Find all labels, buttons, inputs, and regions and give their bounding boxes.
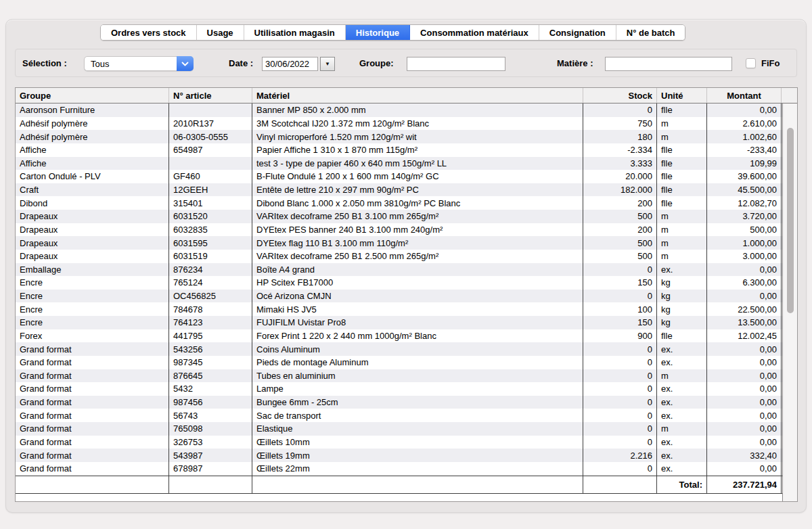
cell-stock: 500 (583, 210, 657, 223)
cell-stock: 20.000 (583, 170, 657, 183)
table-row[interactable]: Grand format987345Pieds de montage Alumi… (16, 356, 782, 369)
cell-article: 765124 (169, 276, 252, 290)
cell-montant: 0,00 (707, 462, 782, 476)
table-row[interactable]: Drapeaux6031595DYEtex flag 110 B1 3.100 … (16, 236, 782, 250)
cell-stock: 750 (583, 117, 657, 131)
cell-article: 784678 (169, 302, 252, 316)
fifo-label: FiFo (761, 58, 780, 68)
table-row[interactable]: Grand format326753Œillets 10mm0ex.0,00 (16, 436, 782, 449)
cell-article: 654987 (169, 143, 252, 157)
column-header-groupe[interactable]: Groupe (16, 88, 169, 103)
table-row[interactable]: Drapeaux6031519VARItex decoframe 250 B1 … (16, 250, 782, 263)
table-row[interactable]: Drapeaux6032835DYEtex PES banner 240 B1 … (16, 223, 782, 237)
tab-n-de-batch[interactable]: N° de batch (616, 25, 685, 40)
cell-stock: 0 (583, 104, 657, 117)
groupe-input[interactable] (407, 57, 505, 71)
table-row[interactable]: Encre765124HP Scitex FB17000150kg6.300,0… (16, 276, 782, 290)
cell-materiel: B-Flute Ondulé 1 200 x 1 600 mm 140g/m² … (252, 170, 583, 183)
date-dropdown-button[interactable]: ▼ (320, 57, 335, 71)
table-row[interactable]: Adhésif polymère2010R1373M Scotchcal IJ2… (16, 117, 782, 131)
cell-unite: flle (657, 157, 707, 170)
cell-groupe: Craft (16, 183, 169, 197)
cell-article: 764123 (169, 316, 252, 329)
filter-bar: Sélection : Tous Date : ▼ Groupe: Matièr… (15, 49, 797, 77)
cell-article: 543987 (169, 448, 252, 462)
column-header-article[interactable]: N° article (169, 88, 252, 103)
table-row[interactable]: Carton Ondulé - PLVGF460B-Flute Ondulé 1… (16, 170, 782, 183)
column-header-montant[interactable]: Montant (707, 88, 782, 103)
cell-stock: 0 (583, 263, 657, 277)
cell-unite: ex. (657, 436, 707, 449)
cell-materiel: VARItex decoframe 250 B1 2.500 mm 265g/m… (252, 250, 583, 263)
table-row[interactable]: Grand format678987Œillets 22mm0ex.0,00 (16, 462, 782, 476)
table-row[interactable]: Adhésif polymère06-0305-0555Vinyl microp… (16, 130, 782, 143)
cell-unite: m (657, 369, 707, 383)
cell-materiel: Œillets 19mm (252, 448, 583, 462)
cell-article: 56743 (169, 409, 252, 422)
cell-materiel: Banner MP 850 x 2.000 mm (252, 104, 583, 117)
selection-dropdown[interactable]: Tous (84, 56, 194, 71)
table-row[interactable]: Emballage876234Boîte A4 grand0ex.0,00 (16, 263, 782, 277)
tab-bar: Ordres vers stock Usage Utilisation maga… (100, 24, 685, 41)
selection-value: Tous (91, 59, 109, 69)
column-header-unite[interactable]: Unité (657, 88, 707, 103)
cell-groupe: Drapeaux (16, 210, 169, 223)
cell-groupe: Aaronson Furniture (16, 104, 169, 117)
cell-groupe: Grand format (16, 422, 169, 436)
column-header-stock[interactable]: Stock (583, 88, 657, 103)
cell-article: 876234 (169, 263, 252, 277)
tab-historique[interactable]: Historique (346, 25, 410, 40)
cell-montant: 0,00 (707, 104, 782, 117)
cell-groupe: Grand format (16, 382, 169, 396)
table-row[interactable]: Grand format987456Bungee 6mm - 25cm0ex.0… (16, 396, 782, 409)
cell-materiel: Océ Arizona CMJN (252, 290, 583, 303)
cell-groupe: Encre (16, 302, 169, 316)
table-row[interactable]: Grand format765098Elastique0m0,00 (16, 422, 782, 436)
table-row[interactable]: Affiche654987Papier Affiche 1 310 x 1 87… (16, 143, 782, 157)
cell-stock: 0 (583, 382, 657, 396)
column-header-materiel[interactable]: Matériel (252, 88, 583, 103)
table-row[interactable]: Grand format56743Sac de transport0ex.0,0… (16, 409, 782, 422)
cell-montant: 0,00 (707, 342, 782, 356)
vertical-scrollbar-thumb[interactable] (787, 128, 794, 313)
tab-consignation[interactable]: Consignation (539, 25, 616, 40)
cell-groupe: Drapeaux (16, 236, 169, 250)
tab-ordres-vers-stock[interactable]: Ordres vers stock (101, 25, 197, 40)
cell-unite: flle (657, 196, 707, 210)
table-row[interactable]: Grand format876645Tubes en aluminium0m0,… (16, 369, 782, 383)
cell-stock: 500 (583, 236, 657, 250)
cell-groupe: Dibond (16, 196, 169, 210)
cell-stock: 0 (583, 356, 657, 369)
table-row[interactable]: Drapeaux6031520VARItex decoframe 250 B1 … (16, 210, 782, 223)
cell-materiel: DYEtex PES banner 240 B1 3.100 mm 240g/m… (252, 223, 583, 237)
tab-usage[interactable]: Usage (197, 25, 244, 40)
table-row[interactable]: Encre764123FUJIFILM Uvistar Pro8150kg13.… (16, 316, 782, 329)
tab-consommation-materiaux[interactable]: Consommation matériaux (410, 25, 539, 40)
cell-unite: ex. (657, 448, 707, 462)
table-row[interactable]: Grand format543256Coins Aluminum0ex.0,00 (16, 342, 782, 356)
table-row[interactable]: Dibond315401Dibond Blanc 1.000 x 2.050 m… (16, 196, 782, 210)
cell-materiel: Tubes en aluminium (252, 369, 583, 383)
cell-article: 987345 (169, 356, 252, 369)
scrollbar-track[interactable] (782, 104, 797, 501)
table-row[interactable]: Grand format543987Œillets 19mm2.216ex.33… (16, 448, 782, 462)
cell-groupe: Carton Ondulé - PLV (16, 170, 169, 183)
cell-montant: 12.082,70 (707, 196, 782, 210)
tab-utilisation-magasin[interactable]: Utilisation magasin (244, 25, 346, 40)
table-row[interactable]: Craft12GEEHEntête de lettre 210 x 297 mm… (16, 183, 782, 197)
table-row[interactable]: Encre784678Mimaki HS JV5100kg22.500,00 (16, 302, 782, 316)
fifo-checkbox[interactable] (746, 58, 756, 68)
table-row[interactable]: Affichetest 3 - type de papier 460 x 640… (16, 157, 782, 170)
scrollbar-header-corner (782, 88, 797, 103)
cell-groupe: Grand format (16, 436, 169, 449)
cell-article: 326753 (169, 436, 252, 449)
table-row[interactable]: EncreOC456825Océ Arizona CMJN0kg0,00 (16, 290, 782, 303)
cell-article: 765098 (169, 422, 252, 436)
matiere-input[interactable] (605, 57, 732, 71)
table-row[interactable]: Aaronson FurnitureBanner MP 850 x 2.000 … (16, 104, 782, 117)
date-input[interactable] (262, 57, 318, 71)
cell-groupe: Drapeaux (16, 250, 169, 263)
table-row[interactable]: Forex441795Forex Print 1 220 x 2 440 mm … (16, 329, 782, 343)
cell-groupe: Adhésif polymère (16, 130, 169, 143)
table-row[interactable]: Grand format5432Lampe0ex.0,00 (16, 382, 782, 396)
